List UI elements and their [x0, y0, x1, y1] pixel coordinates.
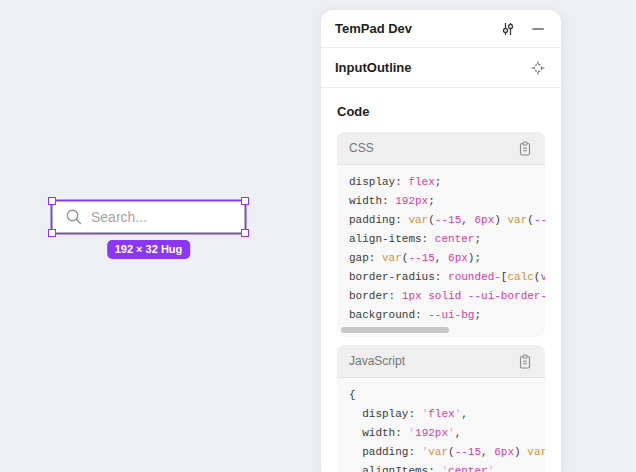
selection-handle-bottom-right[interactable]	[241, 229, 249, 237]
search-placeholder: Search...	[91, 209, 147, 225]
panel-header: TemPad Dev	[321, 10, 561, 48]
panel-title: TemPad Dev	[335, 21, 499, 36]
js-code: { display: 'flex', width: '192px', paddi…	[337, 378, 545, 472]
code-line: alignItems: 'center',	[349, 462, 545, 472]
css-code: display: flex;width: 192px;padding: var(…	[337, 165, 545, 327]
size-badge: 192 × 32 Hug	[107, 240, 191, 259]
sliders-icon	[500, 21, 516, 37]
scrollbar-thumb[interactable]	[341, 327, 449, 333]
code-section-title: Code	[337, 104, 545, 119]
magnifier-icon	[65, 208, 83, 226]
code-line: {	[349, 386, 545, 405]
js-block-header: JavaScript	[337, 345, 545, 378]
code-line: padding: var(--15, 6px) var(--	[349, 211, 545, 230]
selected-node-row: InputOutline	[321, 48, 561, 88]
code-line: display: flex;	[349, 173, 545, 192]
minimize-button[interactable]	[529, 20, 547, 38]
code-line: align-items: center;	[349, 230, 545, 249]
selected-component-search-input[interactable]: Search... 192 × 32 Hug	[52, 201, 245, 233]
copy-css-button[interactable]	[516, 139, 534, 157]
code-line: width: '192px',	[349, 424, 545, 443]
js-block-label: JavaScript	[349, 354, 516, 368]
clipboard-icon	[518, 354, 532, 369]
code-line: background: --ui-bg;	[349, 306, 545, 325]
css-block-header: CSS	[337, 132, 545, 165]
tempad-dev-panel: TemPad Dev InputOutline	[321, 10, 561, 472]
js-code-block: JavaScript { display: 'flex', width: '19…	[337, 345, 545, 472]
code-line: width: 192px;	[349, 192, 545, 211]
minimize-icon	[531, 22, 545, 36]
selection-handle-top-right[interactable]	[241, 197, 249, 205]
code-line: gap: var(--15, 6px);	[349, 249, 545, 268]
locate-node-button[interactable]	[529, 59, 547, 77]
code-line: display: 'flex',	[349, 405, 545, 424]
code-line: border-radius: rounded-[calc(var	[349, 268, 545, 287]
selection-handle-bottom-left[interactable]	[48, 229, 56, 237]
search-input[interactable]: Search...	[52, 201, 245, 233]
code-line: border: 1px solid --ui-border-	[349, 287, 545, 306]
css-horizontal-scrollbar	[337, 327, 545, 337]
copy-js-button[interactable]	[516, 352, 534, 370]
selection-handle-top-left[interactable]	[48, 197, 56, 205]
css-block-label: CSS	[349, 141, 516, 155]
css-code-block: CSS display: flex;width: 192px;padding: …	[337, 132, 545, 337]
clipboard-icon	[518, 141, 532, 156]
selected-node-name: InputOutline	[335, 60, 529, 75]
panel-content: Code CSS display: flex;width: 192px;padd…	[321, 88, 561, 472]
locate-icon	[531, 61, 545, 75]
code-line: padding: 'var(--15, 6px) var	[349, 443, 545, 462]
settings-button[interactable]	[499, 20, 517, 38]
